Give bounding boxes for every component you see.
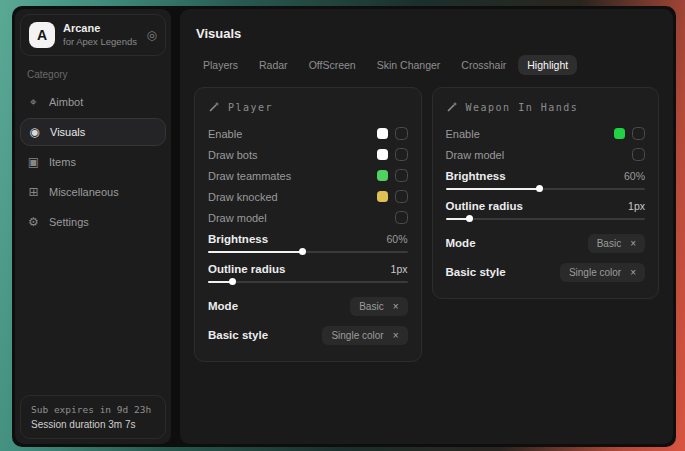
- tab-bar: Players Radar OffScreen Skin Changer Cro…: [194, 55, 659, 75]
- tab-highlight[interactable]: Highlight: [518, 55, 577, 75]
- slider-thumb[interactable]: [229, 278, 236, 285]
- tab-offscreen[interactable]: OffScreen: [300, 55, 365, 75]
- setting-row-brightness: Brightness 60%: [446, 170, 646, 193]
- setting-row-draw-bots: Draw bots: [208, 144, 408, 165]
- checkbox[interactable]: [632, 148, 645, 161]
- panel-title: Weapon In Hands: [466, 102, 579, 113]
- tab-players[interactable]: Players: [194, 55, 247, 75]
- slider-thumb[interactable]: [299, 248, 306, 255]
- mode-chip[interactable]: Basic ×: [588, 234, 645, 253]
- checkbox[interactable]: [395, 190, 408, 203]
- panel-player-header: Player: [208, 101, 408, 113]
- setting-label: Brightness: [208, 233, 268, 245]
- sidebar-item-settings[interactable]: ⚙ Settings: [15, 208, 171, 236]
- chip-label: Single color: [569, 267, 621, 278]
- color-swatch[interactable]: [377, 191, 388, 202]
- mode-chip[interactable]: Basic ×: [350, 297, 407, 316]
- setting-row-outline-radius: Outline radius 1px: [446, 200, 646, 223]
- setting-row-draw-knocked: Draw knocked: [208, 186, 408, 207]
- sidebar-item-aimbot[interactable]: ⌖ Aimbot: [15, 88, 171, 116]
- wand-icon: [446, 101, 458, 113]
- checkbox[interactable]: [632, 127, 645, 140]
- checkbox[interactable]: [395, 148, 408, 161]
- app-logo: A: [29, 22, 55, 48]
- checkbox[interactable]: [395, 211, 408, 224]
- close-icon[interactable]: ×: [393, 330, 399, 341]
- sidebar-item-miscellaneous[interactable]: ⊞ Miscellaneous: [15, 178, 171, 206]
- setting-label: Brightness: [446, 170, 506, 182]
- setting-row-basic-style: Basic style Single color ×: [208, 322, 408, 348]
- outline-radius-slider[interactable]: [208, 278, 408, 286]
- session-duration-text: Session duration 3m 7s: [31, 419, 155, 430]
- sidebar-item-label: Items: [49, 156, 76, 168]
- setting-row-draw-model: Draw model: [446, 144, 646, 165]
- setting-row-mode: Mode Basic ×: [446, 230, 646, 256]
- app-titles: Arcane for Apex Legends: [63, 22, 137, 48]
- panel-player: Player Enable Draw bots: [194, 87, 422, 362]
- chip-label: Basic: [359, 301, 383, 312]
- setting-row-outline-radius: Outline radius 1px: [208, 263, 408, 286]
- sidebar-header: A Arcane for Apex Legends ◎: [20, 14, 166, 56]
- tab-skin-changer[interactable]: Skin Changer: [368, 55, 450, 75]
- brightness-slider[interactable]: [446, 185, 646, 193]
- setting-label: Draw bots: [208, 149, 258, 161]
- slider-thumb[interactable]: [536, 185, 543, 192]
- sidebar-item-items[interactable]: ▣ Items: [15, 148, 171, 176]
- tab-radar[interactable]: Radar: [250, 55, 297, 75]
- checkbox[interactable]: [395, 127, 408, 140]
- setting-label: Draw teammates: [208, 170, 291, 182]
- slider-value: 60%: [386, 233, 407, 245]
- setting-row-enable: Enable: [446, 123, 646, 144]
- setting-row-basic-style: Basic style Single color ×: [446, 259, 646, 285]
- setting-label: Basic style: [446, 266, 506, 278]
- crosshair-icon: ⌖: [27, 95, 40, 109]
- setting-row-brightness: Brightness 60%: [208, 233, 408, 256]
- category-label: Category: [27, 69, 159, 80]
- sidebar-item-label: Miscellaneous: [49, 186, 119, 198]
- close-icon[interactable]: ×: [393, 301, 399, 312]
- outline-radius-slider[interactable]: [446, 215, 646, 223]
- sidebar-item-label: Visuals: [50, 126, 85, 138]
- grid-icon: ⊞: [27, 185, 40, 199]
- chip-label: Single color: [331, 330, 383, 341]
- slider-value: 60%: [624, 170, 645, 182]
- sidebar: A Arcane for Apex Legends ◎ Category ⌖ A…: [15, 9, 171, 444]
- checkbox[interactable]: [395, 169, 408, 182]
- setting-label: Draw model: [208, 212, 267, 224]
- setting-label: Outline radius: [208, 263, 285, 275]
- unload-icon[interactable]: ◎: [147, 28, 157, 42]
- setting-row-draw-teammates: Draw teammates: [208, 165, 408, 186]
- slider-thumb[interactable]: [466, 215, 473, 222]
- color-swatch[interactable]: [614, 128, 625, 139]
- close-icon[interactable]: ×: [630, 267, 636, 278]
- panel-weapon-header: Weapon In Hands: [446, 101, 646, 113]
- sidebar-item-label: Aimbot: [49, 96, 83, 108]
- setting-label: Draw knocked: [208, 191, 278, 203]
- slider-value: 1px: [628, 200, 645, 212]
- page-title: Visuals: [196, 26, 659, 41]
- panel-weapon-in-hands: Weapon In Hands Enable Draw model: [432, 87, 660, 299]
- eye-icon: ◉: [28, 125, 41, 139]
- color-swatch[interactable]: [377, 128, 388, 139]
- panel-title: Player: [228, 102, 273, 113]
- basic-style-chip[interactable]: Single color ×: [560, 263, 645, 282]
- sidebar-item-label: Settings: [49, 216, 89, 228]
- setting-label: Enable: [446, 128, 480, 140]
- basic-style-chip[interactable]: Single color ×: [322, 326, 407, 345]
- close-icon[interactable]: ×: [630, 238, 636, 249]
- brightness-slider[interactable]: [208, 248, 408, 256]
- setting-label: Mode: [446, 237, 476, 249]
- cube-icon: ▣: [27, 155, 40, 169]
- setting-label: Outline radius: [446, 200, 523, 212]
- setting-label: Mode: [208, 300, 238, 312]
- sidebar-item-visuals[interactable]: ◉ Visuals: [20, 118, 166, 146]
- slider-value: 1px: [391, 263, 408, 275]
- app-subtitle: for Apex Legends: [63, 36, 137, 48]
- tab-crosshair[interactable]: Crosshair: [452, 55, 515, 75]
- color-swatch[interactable]: [377, 149, 388, 160]
- setting-row-mode: Mode Basic ×: [208, 293, 408, 319]
- color-swatch[interactable]: [377, 170, 388, 181]
- subscription-info-box: Sub expires in 9d 23h Session duration 3…: [20, 395, 166, 439]
- chip-label: Basic: [597, 238, 621, 249]
- wand-icon: [208, 101, 220, 113]
